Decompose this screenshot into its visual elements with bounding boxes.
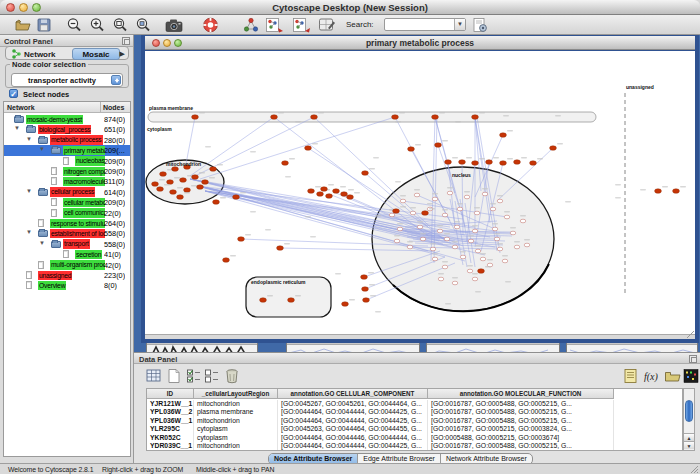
search-input[interactable]: ▼ — [384, 18, 466, 31]
graph-node[interactable] — [510, 231, 516, 235]
table-row[interactable]: YPL036W__1mitochondrion[GO:0044464, GO:0… — [147, 417, 682, 425]
node-color-combobox[interactable]: transporter activity — [11, 73, 123, 87]
graph-node[interactable] — [170, 190, 177, 195]
tab-network[interactable]: Network — [8, 48, 70, 60]
attribute-matrix-icon[interactable] — [683, 368, 699, 384]
attribute-table-header[interactable]: ID_cellularLayoutRegionannotation.GO CEL… — [147, 389, 682, 399]
graph-node[interactable] — [408, 147, 415, 152]
formula-builder-icon[interactable]: f(x) — [643, 368, 659, 384]
graph-node[interactable] — [432, 115, 439, 120]
graph-node[interactable] — [184, 188, 191, 193]
column-header[interactable]: ID — [147, 389, 194, 399]
graph-node[interactable] — [438, 277, 444, 281]
open-icon[interactable] — [14, 17, 31, 33]
graph-node[interactable] — [457, 207, 463, 211]
graph-node[interactable] — [472, 161, 479, 166]
graph-node[interactable] — [311, 115, 318, 120]
graph-node[interactable] — [260, 298, 267, 303]
graph-node[interactable] — [192, 175, 199, 180]
graph-edge[interactable] — [190, 117, 274, 176]
destroy-view-icon[interactable] — [292, 17, 309, 33]
graph-node[interactable] — [363, 298, 370, 303]
graph-node[interactable] — [362, 287, 369, 292]
graph-node[interactable] — [341, 192, 348, 197]
zoom-out-icon[interactable] — [66, 17, 83, 33]
graph-node[interactable] — [213, 200, 220, 205]
zoom-selected-icon[interactable] — [135, 17, 152, 33]
new-attribute-icon[interactable] — [166, 368, 182, 384]
graph-node[interactable] — [530, 161, 537, 166]
graph-node[interactable] — [394, 239, 400, 243]
create-view-icon[interactable] — [265, 17, 282, 33]
graph-node[interactable] — [497, 199, 503, 203]
graph-node[interactable] — [308, 189, 315, 194]
tree-row[interactable]: cellular metabolic209(0) — [4, 197, 130, 207]
graph-node[interactable] — [389, 213, 395, 217]
tree-row[interactable]: ▼cellular process614(0) — [4, 187, 130, 197]
tree-row[interactable]: unassigned223(0) — [4, 270, 130, 280]
graph-node[interactable] — [444, 237, 450, 241]
graph-node[interactable] — [271, 115, 278, 120]
attribute-table[interactable]: ID_cellularLayoutRegionannotation.GO CEL… — [146, 388, 683, 451]
graph-node[interactable] — [321, 187, 328, 192]
snapshot-icon[interactable] — [165, 17, 182, 33]
graph-node[interactable] — [494, 237, 500, 241]
save-icon[interactable] — [36, 17, 53, 33]
table-row[interactable]: YLR295Ccytoplasm[GO:0045263, GO:0044464,… — [147, 425, 682, 433]
graph-node[interactable] — [478, 269, 485, 274]
tree-row[interactable]: response to stimulus264(0) — [4, 218, 130, 228]
graph-node[interactable] — [550, 146, 557, 151]
graph-node[interactable] — [333, 189, 340, 194]
window-resize-grip-icon[interactable] — [689, 464, 699, 474]
tree-header-divider[interactable] — [100, 102, 101, 113]
combobox-stepper-icon[interactable] — [111, 75, 121, 85]
graph-node[interactable] — [233, 195, 240, 200]
table-row[interactable]: YPL036W__2plasma membrane[GO:0044464, GO… — [147, 408, 682, 416]
graph-node[interactable] — [430, 247, 436, 251]
network-canvas[interactable]: plasma membranemitochondrionnucleusendop… — [145, 51, 695, 334]
tree-row[interactable]: cell communication22(0) — [4, 208, 130, 218]
column-header[interactable]: _cellularLayoutRegion — [194, 389, 278, 399]
graph-node[interactable] — [417, 225, 423, 229]
tree-row[interactable]: secretion41(0) — [4, 249, 130, 259]
graph-node[interactable] — [442, 213, 448, 217]
graph-node[interactable] — [392, 115, 399, 120]
graph-node[interactable] — [223, 258, 230, 263]
graph-node[interactable] — [472, 115, 479, 120]
graph-node[interactable] — [514, 245, 520, 249]
tree-expander-icon[interactable]: ▼ — [26, 188, 32, 194]
graph-node[interactable] — [172, 167, 179, 172]
graph-node[interactable] — [482, 192, 488, 196]
import-attributes-icon[interactable] — [664, 368, 680, 384]
graph-node[interactable] — [422, 211, 429, 216]
graph-node[interactable] — [445, 160, 452, 165]
graph-node[interactable] — [407, 245, 413, 249]
help-icon[interactable] — [202, 17, 219, 33]
graph-node[interactable] — [524, 243, 530, 247]
tree-expander-icon[interactable]: ▼ — [26, 136, 32, 142]
graph-node[interactable] — [160, 172, 167, 177]
graph-node[interactable] — [432, 257, 438, 261]
tree-row[interactable]: ▼transport558(0) — [4, 239, 130, 249]
graph-node[interactable] — [490, 207, 496, 211]
graph-node[interactable] — [472, 277, 478, 281]
graph-node[interactable] — [500, 133, 507, 138]
graph-node[interactable] — [464, 195, 470, 199]
graph-node[interactable] — [467, 269, 473, 273]
graph-node[interactable] — [400, 199, 406, 203]
table-scrollbar[interactable]: ▲ ▼ — [683, 388, 695, 451]
graph-node[interactable] — [514, 160, 521, 165]
graph-node[interactable] — [447, 191, 453, 195]
attribute-wizard-icon[interactable] — [472, 17, 489, 33]
graph-node[interactable] — [202, 180, 209, 185]
tree-row[interactable]: nitrogen compound209(0) — [4, 166, 130, 176]
graph-node[interactable] — [414, 193, 420, 197]
graph-node[interactable] — [497, 247, 503, 251]
graph-node[interactable] — [480, 257, 486, 261]
table-row[interactable]: YKR052Ccytoplasm[GO:0044464, GO:0044446,… — [147, 434, 682, 442]
tree-row[interactable]: ▼metabolic process280(0) — [4, 135, 130, 145]
unselect-attributes-icon[interactable] — [204, 368, 220, 384]
graph-node[interactable] — [277, 246, 284, 251]
delete-attribute-icon[interactable] — [224, 368, 240, 384]
network-window-titlebar[interactable]: primary metabolic process — [145, 36, 695, 50]
